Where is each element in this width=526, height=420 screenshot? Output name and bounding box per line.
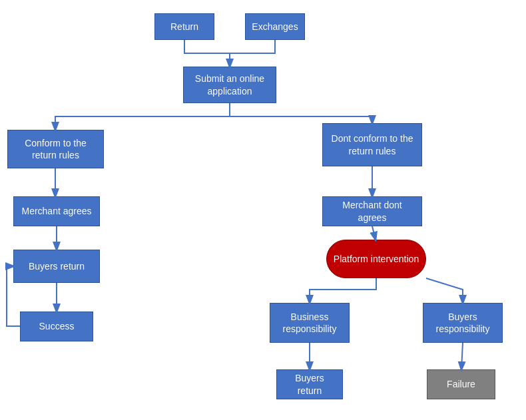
return-to-submit-arrow [184, 40, 230, 67]
submit-box: Submit an online application [183, 67, 276, 103]
buyersresp-to-failure-arrow [461, 343, 463, 369]
platform-to-buyersresp-arrow [426, 278, 463, 303]
flowchart-diagram: Return Exchanges Submit an online applic… [0, 0, 526, 420]
business-resp-box: Business responsibility [270, 303, 350, 343]
buyers-return-right-box: Buyers return [276, 369, 343, 399]
platform-to-biz-arrow [310, 278, 376, 303]
exchanges-box: Exchanges [245, 13, 305, 40]
submit-to-conform-arrow [55, 103, 230, 130]
merchant-dont-box: Merchant dont agrees [322, 196, 422, 226]
not-conform-box: Dont conform to the return rules [322, 123, 422, 166]
failure-box: Failure [427, 369, 495, 399]
buyers-resp-box: Buyers responsibility [423, 303, 503, 343]
buyers-return-left-box: Buyers return [13, 250, 100, 283]
conform-box: Conform to the return rules [7, 130, 104, 168]
exchanges-to-merge-arrow [230, 40, 275, 53]
return-box: Return [154, 13, 214, 40]
success-box: Success [20, 312, 93, 341]
submit-to-notconform-arrow [230, 116, 372, 123]
merchantdont-to-platform-arrow [372, 226, 376, 240]
merchant-agrees-box: Merchant agrees [13, 196, 100, 226]
platform-intervention-box: Platform intervention [326, 240, 426, 278]
